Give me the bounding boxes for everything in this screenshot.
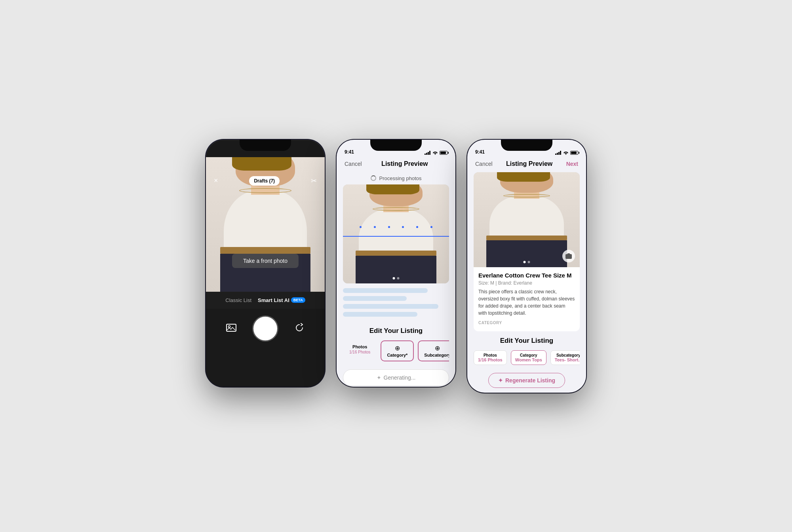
listing-title: Everlane Cotton Crew Tee Size M <box>478 272 575 279</box>
listing-photo-2 <box>343 184 449 283</box>
scan-dot-1 <box>360 226 362 228</box>
flip-camera-icon[interactable] <box>294 323 305 334</box>
regenerate-listing-button[interactable]: ✦ Regenerate Listing <box>488 373 565 388</box>
tab-category-value-3: Women Tops <box>515 357 542 362</box>
tab-photos-inner-2: Photos 1/16 Photos <box>343 340 377 358</box>
notch-3 <box>501 140 552 151</box>
belt-layer-2 <box>356 251 436 256</box>
belt-layer-3 <box>486 236 567 240</box>
svg-point-6 <box>435 154 436 155</box>
listing-card: Everlane Cotton Crew Tee Size M Size: M … <box>474 267 580 331</box>
shutter-button[interactable] <box>253 317 277 340</box>
svg-rect-0 <box>227 324 236 331</box>
category-section-label: CATEGORY <box>478 321 575 325</box>
regenerate-button-area: ✦ Regenerate Listing <box>474 373 580 388</box>
category-plus-icon: ⊕ <box>387 344 407 352</box>
listing-meta: Size: M | Brand: Everlane <box>478 280 575 286</box>
regenerate-label: Regenerate Listing <box>505 377 555 384</box>
tab-photos-sublabel-2: 1/16 Photos <box>349 350 370 354</box>
tab-category-label-3: Category <box>515 353 542 357</box>
edit-listing-section-3: Edit Your Listing Photos 1/16 Photos Cat… <box>467 331 586 368</box>
beta-badge: BETA <box>291 297 305 303</box>
take-photo-label: Take a front photo <box>232 254 299 268</box>
phone-1: × Drafts (7) ✂ Take <box>206 140 325 387</box>
processing-label: Processing photos <box>379 175 422 181</box>
camera-edit-icon[interactable] <box>562 250 575 262</box>
close-icon: × <box>214 177 218 184</box>
tab-photos-label-2: Photos <box>349 344 370 349</box>
svg-rect-7 <box>555 154 556 155</box>
gallery-icon[interactable] <box>226 323 236 334</box>
edit-tabs-3: Photos 1/16 Photos Category Women Tops <box>474 350 580 365</box>
edit-icon-button[interactable]: ✂ <box>311 177 317 185</box>
generating-button: ✦ Generating... <box>343 369 449 386</box>
listing-preview-title-3: Listing Preview <box>506 160 552 167</box>
phone-2: 9:41 Cancel Listing Preview <box>337 140 455 387</box>
close-button[interactable]: × <box>214 177 218 185</box>
edit-tabs-2: Photos 1/16 Photos ⊕ Category* <box>343 340 449 361</box>
tab-category-inner-3: Category Women Tops <box>511 350 546 365</box>
status-icons-2 <box>425 151 447 155</box>
smart-list-badge[interactable]: Smart List AI BETA <box>258 297 305 303</box>
svg-rect-8 <box>557 153 558 155</box>
tab-photos-2[interactable]: Photos 1/16 Photos <box>343 340 377 361</box>
status-time-2: 9:41 <box>345 149 354 155</box>
cancel-button-3[interactable]: Cancel <box>475 161 493 167</box>
scan-dot-4 <box>402 226 404 228</box>
scan-dot-2 <box>374 226 376 228</box>
svg-rect-4 <box>428 152 429 155</box>
svg-rect-9 <box>558 152 560 155</box>
drafts-badge[interactable]: Drafts (7) <box>249 176 280 186</box>
edit-listing-title-2: Edit Your Listing <box>343 327 449 335</box>
tab-category-2[interactable]: ⊕ Category* <box>381 340 414 361</box>
tab-photos-label-3: Photos <box>478 353 503 357</box>
listing-description: This piece offers a classic crew neck, o… <box>478 288 575 317</box>
smart-list-text: Smart List AI <box>258 297 289 303</box>
phone-3: 9:41 Cancel Listing Preview <box>467 140 586 393</box>
skeleton-line-4 <box>343 312 417 317</box>
processing-banner: Processing photos <box>337 172 455 184</box>
camera-controls <box>206 309 325 352</box>
battery-icon-2 <box>440 151 447 155</box>
phones-container: × Drafts (7) ✂ Take <box>206 140 586 393</box>
tab-category-inner-2: ⊕ Category* <box>381 340 414 361</box>
nav-header-2: Cancel Listing Preview <box>337 157 455 172</box>
tab-photos-3[interactable]: Photos 1/16 Photos <box>474 350 507 365</box>
carousel-dots-3 <box>524 261 530 263</box>
carousel-dot-2 <box>397 277 400 279</box>
battery-icon-3 <box>570 151 578 155</box>
svg-point-1 <box>228 325 230 327</box>
status-icons-3 <box>555 151 578 155</box>
belt-layer <box>220 247 310 254</box>
listing-photo-3 <box>474 172 580 267</box>
scan-dot-6 <box>430 226 432 228</box>
regenerate-sparkle-icon: ✦ <box>498 377 503 384</box>
necklace-layer-2 <box>373 207 419 211</box>
edit-listing-title-3: Edit Your Listing <box>474 337 580 345</box>
svg-rect-5 <box>429 151 430 155</box>
sparkle-icon: ✦ <box>377 374 381 381</box>
camera-screen: × Drafts (7) ✂ Take <box>206 157 325 387</box>
next-button-3[interactable]: Next <box>566 161 578 167</box>
tab-subcategory-3[interactable]: Subcategory Tees- Short... <box>550 350 580 365</box>
hair-layer-3 <box>497 172 550 182</box>
tab-photos-inner-3: Photos 1/16 Photos <box>474 350 507 365</box>
tab-subcategory-label-3: Subcategory <box>555 353 580 357</box>
scan-dot-5 <box>416 226 418 228</box>
skeleton-loading <box>343 288 449 317</box>
edit-listing-section-2: Edit Your Listing Photos 1/16 Photos ⊕ C… <box>337 321 455 365</box>
svg-rect-10 <box>560 151 561 155</box>
processing-screen: Cancel Listing Preview Processing photos <box>337 157 455 387</box>
carousel-dot-3-2 <box>528 261 530 263</box>
tab-subcategory-label-2: Subcategory <box>424 353 449 357</box>
scan-dot-3 <box>388 226 390 228</box>
tab-category-3[interactable]: Category Women Tops <box>511 350 546 365</box>
notch-1 <box>240 140 291 151</box>
tab-category-label-2: Category* <box>387 353 407 357</box>
tab-subcategory-2[interactable]: ⊕ Subcategory <box>418 340 449 361</box>
carousel-dot-1 <box>393 277 395 279</box>
scan-dots <box>354 226 438 228</box>
camera-header: × Drafts (7) ✂ <box>206 157 325 189</box>
skeleton-line-1 <box>343 288 428 293</box>
cancel-button-2[interactable]: Cancel <box>345 161 362 167</box>
